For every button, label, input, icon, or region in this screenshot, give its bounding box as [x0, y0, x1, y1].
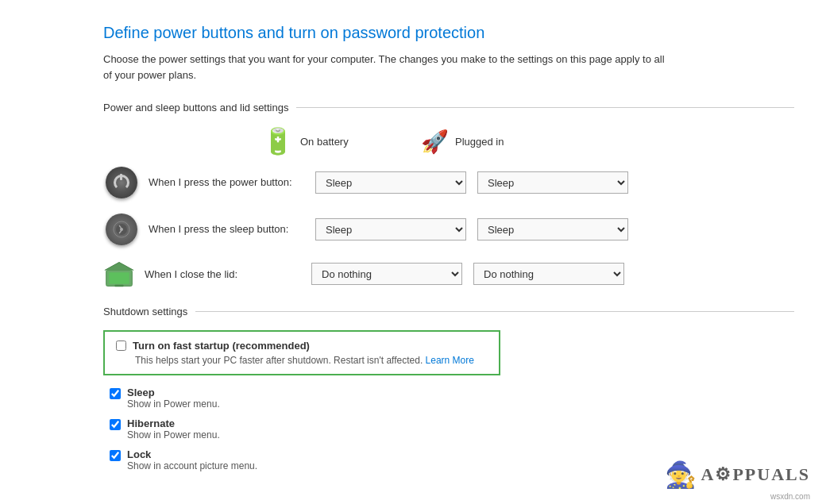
sleep-plugged-dropdown[interactable]: Sleep Do nothing Hibernate Shut down Tur… — [477, 218, 628, 240]
section1-divider — [296, 107, 794, 108]
section1-header: Power and sleep buttons and lid settings — [103, 102, 794, 113]
power-button-row: When I press the power button: Sleep Do … — [103, 164, 794, 200]
svg-rect-5 — [115, 285, 124, 287]
fast-startup-checkbox[interactable] — [116, 340, 126, 351]
hibernate-label-group: Hibernate Show in Power menu. — [127, 417, 220, 441]
sleep-battery-dropdown-wrapper[interactable]: Sleep Do nothing Hibernate Shut down Tur… — [315, 218, 466, 240]
lid-battery-dropdown-wrapper[interactable]: Do nothing Sleep Hibernate Shut down Tur… — [311, 263, 462, 285]
lock-main-label: Lock — [127, 448, 257, 460]
svg-point-2 — [120, 228, 123, 231]
battery-icon: 🔋 — [262, 126, 294, 156]
lid-close-row: When I close the lid: Do nothing Sleep H… — [103, 258, 794, 290]
section1-header-text: Power and sleep buttons and lid settings — [103, 102, 288, 113]
sleep-plugged-dropdown-wrapper[interactable]: Sleep Do nothing Hibernate Shut down Tur… — [477, 218, 628, 240]
lid-close-label: When I close the lid: — [145, 268, 311, 280]
hibernate-main-label: Hibernate — [127, 417, 220, 429]
plugged-column-header: 🚀 Plugged in — [421, 126, 580, 156]
lid-plugged-dropdown-wrapper[interactable]: Do nothing Sleep Hibernate Shut down Tur… — [473, 263, 624, 285]
section2-header: Shutdown settings — [103, 306, 794, 317]
fast-startup-label: Turn on fast startup (recommended) — [133, 340, 310, 352]
shutdown-section: Shutdown settings Turn on fast startup (… — [103, 306, 794, 471]
lid-plugged-dropdown[interactable]: Do nothing Sleep Hibernate Shut down Tur… — [473, 263, 624, 285]
power-plugged-dropdown[interactable]: Sleep Do nothing Hibernate Shut down Tur… — [477, 171, 628, 194]
lock-checkbox[interactable] — [110, 450, 121, 461]
watermark: 🧙 A⚙PPUALS — [665, 460, 810, 490]
fast-startup-title-row: Turn on fast startup (recommended) — [116, 340, 488, 352]
hibernate-checkbox-row: Hibernate Show in Power menu. — [110, 417, 794, 441]
lid-close-icon — [103, 260, 135, 288]
section2-header-text: Shutdown settings — [103, 306, 187, 317]
fast-startup-description: This helps start your PC faster after sh… — [135, 355, 488, 366]
battery-label: On battery — [300, 136, 349, 148]
power-button-icon — [103, 164, 139, 200]
hibernate-checkbox[interactable] — [110, 419, 121, 430]
sleep-button-label: When I press the sleep button: — [149, 223, 315, 235]
hibernate-sub-label: Show in Power menu. — [127, 429, 220, 441]
plugged-icon: 🚀 — [421, 129, 449, 155]
column-headers: 🔋 On battery 🚀 Plugged in — [262, 126, 794, 156]
power-plugged-dropdown-wrapper[interactable]: Sleep Do nothing Hibernate Shut down Tur… — [477, 171, 628, 194]
sleep-checkbox[interactable] — [110, 388, 121, 399]
sleep-button-row: When I press the sleep button: Sleep Do … — [103, 211, 794, 247]
power-battery-dropdown-wrapper[interactable]: Sleep Do nothing Hibernate Shut down Tur… — [315, 171, 466, 194]
lock-label-group: Lock Show in account picture menu. — [127, 448, 257, 471]
learn-more-link[interactable]: Learn More — [426, 355, 474, 366]
page-description: Choose the power settings that you want … — [103, 52, 675, 83]
lid-battery-dropdown[interactable]: Do nothing Sleep Hibernate Shut down Tur… — [311, 263, 462, 285]
plugged-label: Plugged in — [455, 136, 504, 148]
power-battery-dropdown[interactable]: Sleep Do nothing Hibernate Shut down Tur… — [315, 171, 466, 194]
battery-column-header: 🔋 On battery — [262, 126, 421, 156]
page-title: Define power buttons and turn on passwor… — [103, 24, 794, 42]
fast-startup-desc-text: This helps start your PC faster after sh… — [135, 355, 423, 366]
lock-sub-label: Show in account picture menu. — [127, 460, 257, 471]
fast-startup-box: Turn on fast startup (recommended) This … — [103, 330, 500, 375]
watermark-mascot: 🧙 — [665, 460, 697, 490]
sleep-checkbox-row: Sleep Show in Power menu. — [110, 387, 794, 410]
sleep-main-label: Sleep — [127, 387, 220, 398]
sleep-label-group: Sleep Show in Power menu. — [127, 387, 220, 410]
watermark-text: A⚙PPUALS — [701, 464, 810, 485]
lid-close-icon-container — [103, 258, 135, 290]
svg-rect-4 — [109, 272, 129, 284]
section2-divider — [195, 311, 794, 312]
sleep-sub-label: Show in Power menu. — [127, 398, 220, 410]
power-button-label: When I press the power button: — [149, 176, 315, 188]
sleep-button-icon — [106, 214, 137, 245]
sleep-battery-dropdown[interactable]: Sleep Do nothing Hibernate Shut down Tur… — [315, 218, 466, 240]
watermark-domain: wsxdn.com — [770, 492, 810, 501]
sleep-button-icon-container — [103, 211, 139, 247]
